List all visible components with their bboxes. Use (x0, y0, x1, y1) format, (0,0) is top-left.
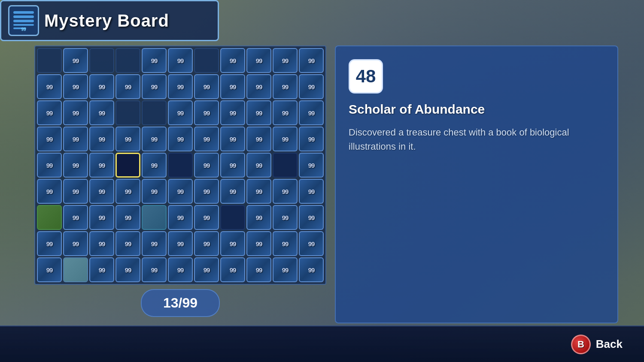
back-button[interactable]: B Back (571, 335, 623, 354)
board-cell[interactable]: 99 (299, 153, 324, 178)
board-cell[interactable]: 99 (115, 231, 140, 256)
board-cell[interactable] (220, 205, 245, 230)
board-cell[interactable]: 99 (89, 127, 114, 151)
board-cell[interactable] (194, 48, 219, 73)
board-cell[interactable]: 99 (299, 231, 324, 256)
board-cell[interactable]: 99 (299, 205, 324, 230)
board-cell[interactable]: 99 (115, 127, 140, 151)
board-cell[interactable]: 99 (63, 48, 88, 73)
board-cell[interactable]: 99 (194, 127, 219, 151)
board-cell[interactable]: 99 (115, 257, 140, 282)
board-cell[interactable]: 99 (273, 48, 298, 73)
board-cell[interactable] (142, 205, 167, 230)
board-cell[interactable]: 99 (273, 231, 298, 256)
board-cell[interactable]: 99 (246, 127, 271, 151)
board-cell[interactable]: 99 (194, 100, 219, 125)
board-cell[interactable]: 99 (89, 231, 114, 256)
board-cell[interactable]: 99 (299, 127, 324, 151)
board-cell[interactable] (273, 153, 298, 178)
board-cell[interactable]: 99 (89, 179, 114, 204)
board-cell[interactable]: 99 (168, 100, 193, 125)
board-cell[interactable]: 99 (220, 153, 245, 178)
board-cell[interactable]: 99 (142, 127, 167, 151)
board-cell[interactable]: 99 (168, 231, 193, 256)
board-cell[interactable]: 99 (273, 127, 298, 151)
board-cell[interactable]: 99 (142, 231, 167, 256)
board-cell[interactable] (115, 48, 140, 73)
board-cell[interactable]: 99 (142, 179, 167, 204)
board-cell[interactable]: 99 (246, 48, 271, 73)
board-cell[interactable]: 99 (63, 153, 88, 178)
board-cell[interactable]: 99 (63, 100, 88, 125)
board-cell[interactable]: 99 (37, 100, 62, 125)
board-cell[interactable] (37, 48, 62, 73)
board-cell[interactable]: 99 (299, 257, 324, 282)
board-cell[interactable]: 99 (37, 74, 62, 99)
board-cell[interactable]: 99 (194, 257, 219, 282)
board-cell[interactable]: 99 (142, 48, 167, 73)
board-cell[interactable]: 99 (37, 127, 62, 151)
board-cell[interactable]: 99 (37, 231, 62, 256)
board-cell[interactable] (115, 100, 140, 125)
board-cell[interactable]: 99 (37, 257, 62, 282)
board-cell[interactable]: 99 (220, 127, 245, 151)
board-cell[interactable]: 99 (168, 205, 193, 230)
board-cell[interactable]: 99 (194, 74, 219, 99)
board-cell[interactable]: 99 (63, 127, 88, 151)
board-cell[interactable]: 99 (37, 179, 62, 204)
board-cell[interactable]: 99 (142, 74, 167, 99)
board-cell[interactable]: 99 (273, 74, 298, 99)
board-cell[interactable]: 99 (299, 48, 324, 73)
board-cell[interactable]: 99 (299, 74, 324, 99)
board-cell[interactable]: 99 (246, 74, 271, 99)
board-cell[interactable]: 99 (168, 257, 193, 282)
board-cell[interactable]: 99 (246, 231, 271, 256)
board-cell[interactable]: 99 (89, 257, 114, 282)
board-cell[interactable]: 99 (115, 74, 140, 99)
board-cell[interactable]: 99 (246, 153, 271, 178)
board-cell[interactable]: 99 (299, 179, 324, 204)
board-cell[interactable]: 99 (273, 205, 298, 230)
board-cell[interactable] (89, 48, 114, 73)
board-cell[interactable]: 99 (194, 179, 219, 204)
board-cell[interactable]: 99 (89, 74, 114, 99)
board-cell[interactable]: 99 (168, 74, 193, 99)
board-cell[interactable]: 99 (89, 100, 114, 125)
board-cell[interactable]: 99 (63, 231, 88, 256)
board-cell[interactable]: 99 (220, 257, 245, 282)
board-cell[interactable]: 99 (89, 153, 114, 178)
board-cell[interactable] (37, 205, 62, 230)
board-cell[interactable]: 99 (194, 205, 219, 230)
board-cell[interactable]: 99 (299, 100, 324, 125)
board-cell[interactable]: 99 (89, 205, 114, 230)
board-cell[interactable]: 99 (194, 153, 219, 178)
board-cell[interactable]: 99 (273, 100, 298, 125)
board-cell[interactable]: 99 (142, 153, 167, 178)
board-cell[interactable]: 99 (37, 153, 62, 178)
board-cell[interactable]: 99 (142, 257, 167, 282)
board-cell[interactable]: 99 (168, 48, 193, 73)
board-cell[interactable]: 99 (168, 127, 193, 151)
board-cell[interactable]: 99 (273, 257, 298, 282)
board-cell[interactable]: 99 (63, 205, 88, 230)
board-cell[interactable]: 99 (168, 179, 193, 204)
board-cell[interactable]: 99 (220, 231, 245, 256)
board-cell[interactable]: 99 (115, 179, 140, 204)
board-cell[interactable]: 99 (246, 179, 271, 204)
board-cell[interactable] (63, 257, 88, 282)
board-cell[interactable]: 99 (246, 205, 271, 230)
board-cell[interactable] (142, 100, 167, 125)
board-cell[interactable]: 99 (220, 100, 245, 125)
board-cell[interactable]: 99 (246, 257, 271, 282)
board-cell[interactable]: 99 (273, 179, 298, 204)
board-cell[interactable] (115, 153, 140, 178)
board-cell[interactable]: 99 (220, 74, 245, 99)
board-cell[interactable]: 99 (63, 74, 88, 99)
board-cell[interactable]: 99 (220, 48, 245, 73)
board-cell[interactable] (168, 153, 193, 178)
board-cell[interactable]: 99 (194, 231, 219, 256)
board-cell[interactable]: 99 (115, 205, 140, 230)
board-cell[interactable]: 99 (63, 179, 88, 204)
board-cell[interactable]: 99 (220, 179, 245, 204)
board-cell[interactable]: 99 (246, 100, 271, 125)
